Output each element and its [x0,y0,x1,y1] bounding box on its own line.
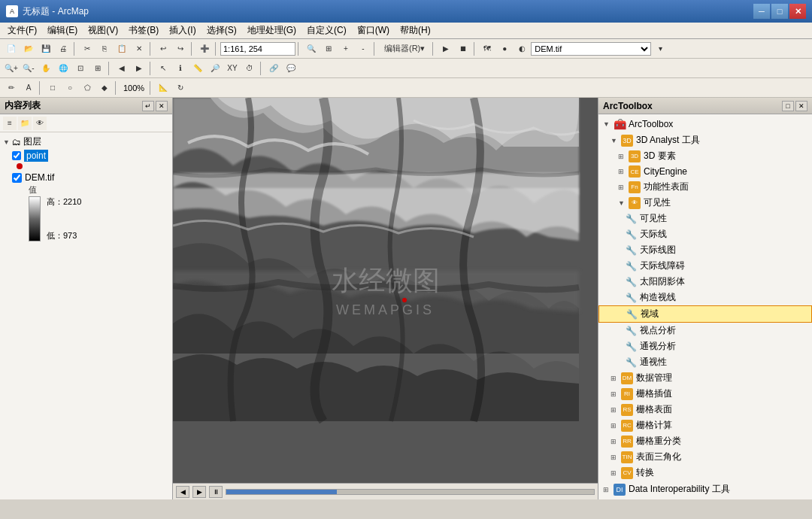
brightness-button[interactable]: ◐ [514,41,530,57]
symbology-button[interactable]: ● [496,41,513,57]
toolbox-cityengine[interactable]: ⊞ CE CityEngine [598,164,812,179]
copy-button[interactable]: ⎘ [96,41,113,57]
prev-page-button[interactable]: ◀ [176,486,189,498]
circle-tool[interactable]: ○ [62,80,78,96]
layer-dem-checkbox[interactable] [12,173,22,183]
toolbox-3d-analyst[interactable]: ▼ 3D 3D Analyst 工具 [598,132,812,148]
toc-close-button[interactable]: ✕ [156,101,168,111]
map-canvas[interactable]: 水经微图 WEMAPGIS [173,98,598,483]
menu-item-E[interactable]: 编辑(E) [43,23,82,38]
toolbox-line-of-sight[interactable]: 🔧 通视分析 [598,338,812,354]
refresh-map-button[interactable]: ▶ [192,486,206,498]
draw-button[interactable]: ✏ [3,80,20,96]
menu-item-G[interactable]: 地理处理(G) [243,23,301,38]
print-button[interactable]: 🖨 [55,41,71,57]
toolbox-close-button[interactable]: ✕ [795,101,807,111]
toolbox-raster-calc[interactable]: ⊞ RC 栅格计算 [598,417,812,433]
toolbox-viewpoint-analysis[interactable]: 🔧 视点分析 [598,323,812,338]
zoom-out-btn[interactable]: 🔍- [20,60,37,77]
menu-item-C[interactable]: 自定义(C) [302,23,351,38]
zoom-out[interactable]: - [355,41,371,57]
toolbox-3d-elements[interactable]: ⊞ 3D 3D 要素 [598,148,812,164]
paste-button[interactable]: 📋 [114,41,130,57]
menu-item-H[interactable]: 帮助(H) [395,23,435,38]
zoom-to-layer[interactable]: ⊡ [72,60,89,77]
select-features[interactable]: ↖ [155,60,171,77]
toolbox-intervisibility[interactable]: 🔧 通视性 [598,354,812,370]
menu-item-S[interactable]: 选择(S) [202,23,241,38]
zoom-in-btn[interactable]: 🔍+ [3,60,20,77]
toc-group-header[interactable]: ▼ 🗂 图层 [3,135,169,148]
toolbox-data-management[interactable]: ⊞ DM 数据管理 [598,370,812,386]
toolbox-visibility[interactable]: ▼ 👁 可见性 [598,195,812,211]
pause-map-button[interactable]: ⏸ [209,486,223,498]
marker-tool[interactable]: ◆ [96,80,113,96]
toc-list-by-visibility[interactable]: 👁 [33,117,47,130]
toolbox-visibility-tool[interactable]: 🔧 可见性 [598,211,812,226]
zoom-to-selection[interactable]: ⊞ [89,60,106,77]
menu-item-W[interactable]: 窗口(W) [353,23,394,38]
menu-item-B[interactable]: 书签(B) [124,23,163,38]
toc-list-by-drawing-order[interactable]: ≡ [3,117,17,130]
menu-item-V[interactable]: 视图(V) [83,23,123,38]
new-button[interactable]: 📄 [3,41,20,57]
open-button[interactable]: 📂 [20,41,37,57]
stop-button[interactable]: ⏹ [455,41,471,57]
zoom-button[interactable]: 🔍 [303,41,320,57]
toolbox-root[interactable]: ▼ 🧰 ArcToolbox [598,116,812,132]
add-data-button[interactable]: ➕ [196,41,213,57]
go-to-xy[interactable]: XY [224,60,241,77]
toolbox-viewshed[interactable]: 🔧 视域 [598,305,812,323]
text-button[interactable]: A [20,80,37,96]
toolbox-undock-button[interactable]: □ [782,101,794,111]
refresh-button[interactable]: ↻ [172,80,189,96]
save-button[interactable]: 💾 [38,41,54,57]
maximize-button[interactable]: □ [771,4,788,19]
menu-item-F[interactable]: 文件(F) [3,23,41,38]
redo-button[interactable]: ↪ [172,41,189,57]
toolbox-functional-surface[interactable]: ⊞ Fn 功能性表面 [598,179,812,195]
layer-point-checkbox[interactable] [12,151,21,160]
toc-list-by-source[interactable]: 📁 [18,117,32,130]
toolbox-geostatistical[interactable]: ⊞ GA Geostatistical Analyst 工具 [598,498,812,499]
editor-dropdown[interactable]: 编辑器(R)▾ [379,41,430,57]
full-extent[interactable]: 🌐 [55,60,71,77]
scale-input[interactable] [220,42,295,56]
polygon-tool[interactable]: ⬠ [79,80,95,96]
hyperlink-button[interactable]: 🔗 [265,60,282,77]
toolbox-conversion[interactable]: ⊞ CV 转换 [598,465,812,481]
toc-pin-button[interactable]: ↵ [142,101,154,111]
time-slider[interactable]: ⏱ [241,60,258,77]
toolbox-construct-sightline[interactable]: 🔧 构造视线 [598,290,812,305]
toolbox-tin[interactable]: ⊞ TIN 表面三角化 [598,449,812,465]
toolbox-raster-reclassify[interactable]: ⊞ RR 栅格重分类 [598,433,812,449]
rectangle-tool[interactable]: □ [44,80,61,96]
toolbox-sun-shadow[interactable]: 🔧 太阳阴影体 [598,274,812,290]
delete-button[interactable]: ✕ [131,41,147,57]
close-button[interactable]: ✕ [789,4,806,19]
measure-button[interactable]: 📏 [189,60,206,77]
toolbox-raster-interpolation[interactable]: ⊞ RI 栅格插值 [598,386,812,402]
more-button[interactable]: ▾ [652,41,668,57]
html-popup[interactable]: 💬 [283,60,299,77]
toolbox-skyline-barrier[interactable]: 🔧 天际线障碍 [598,258,812,274]
zoom-to-full[interactable]: ⊞ [320,41,337,57]
undo-button[interactable]: ↩ [155,41,171,57]
layer-toggle[interactable]: 🗺 [479,41,495,57]
pan-button[interactable]: ✋ [38,60,54,77]
minimize-button[interactable]: ─ [753,4,770,19]
toolbox-data-interoperability[interactable]: ⊞ DI Data Interoperability 工具 [598,481,812,498]
find-button[interactable]: 🔎 [207,60,223,77]
toolbox-raster-surface[interactable]: ⊞ RS 栅格表面 [598,402,812,417]
layer-select[interactable]: DEM.tif [531,42,651,56]
prev-extent[interactable]: ◀ [114,60,130,77]
cut-button[interactable]: ✂ [79,41,95,57]
toolbox-skyline-diagram[interactable]: 🔧 天际线图 [598,242,812,258]
layout-button[interactable]: 📐 [155,80,171,96]
play-button[interactable]: ▶ [438,41,454,57]
next-extent[interactable]: ▶ [131,60,147,77]
zoom-in[interactable]: + [338,41,354,57]
identify-button[interactable]: ℹ [172,60,189,77]
menu-item-I[interactable]: 插入(I) [165,23,200,38]
toolbox-skyline[interactable]: 🔧 天际线 [598,226,812,242]
